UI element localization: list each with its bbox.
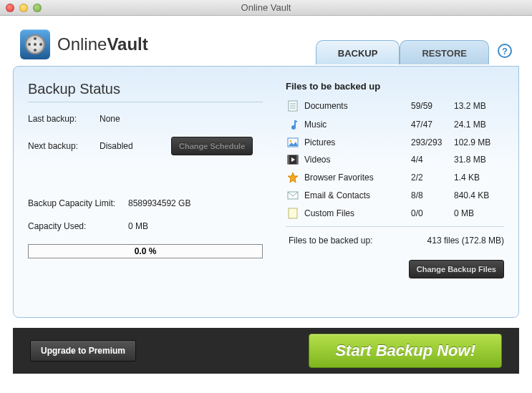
last-backup-row: Last backup: None xyxy=(28,114,263,124)
capacity-limit-value: 8589934592 GB xyxy=(128,198,190,208)
logo-text-light: Online xyxy=(57,34,107,54)
capacity-limit-label: Backup Capacity Limit: xyxy=(28,198,128,208)
files-col: Files to be backed up Documents59/5913.2… xyxy=(286,81,504,306)
files-summary-label: Files to be backed up: xyxy=(286,236,427,246)
window-title: Online Vault xyxy=(0,2,532,13)
logo-text: OnlineVault xyxy=(57,34,148,54)
file-name: Music xyxy=(300,120,411,130)
file-count: 293/293 xyxy=(411,137,454,147)
file-name: Custom Files xyxy=(300,208,411,218)
header: OnlineVault BACKUP RESTORE ? xyxy=(0,16,532,66)
doc-icon xyxy=(286,100,300,112)
file-row: Videos4/431.8 MB xyxy=(286,155,504,165)
pic-icon xyxy=(286,137,300,147)
window-controls xyxy=(6,4,42,12)
video-icon xyxy=(286,155,300,165)
file-row: Browser Favorites2/21.4 KB xyxy=(286,172,504,183)
capacity-used-value: 0 MB xyxy=(128,221,148,231)
file-count: 0/0 xyxy=(411,208,454,218)
file-size: 102.9 MB xyxy=(454,137,504,147)
upgrade-button[interactable]: Upgrade to Premium xyxy=(30,340,136,362)
file-row: Email & Contacts8/8840.4 KB xyxy=(286,190,504,200)
files-title: Files to be backed up xyxy=(286,81,504,92)
backup-status-title: Backup Status xyxy=(28,81,263,102)
file-size: 1.4 KB xyxy=(454,173,504,183)
help-button[interactable]: ? xyxy=(498,44,512,58)
change-schedule-button[interactable]: Change Schedule xyxy=(171,137,253,155)
music-icon xyxy=(286,119,300,130)
capacity-section: Backup Capacity Limit: 8589934592 GB Cap… xyxy=(28,198,263,258)
file-row: Documents59/5913.2 MB xyxy=(286,100,504,112)
svg-point-4 xyxy=(291,125,296,130)
file-row: Custom Files0/00 MB xyxy=(286,208,504,219)
file-name: Browser Favorites xyxy=(300,173,411,183)
file-size: 13.2 MB xyxy=(454,101,504,111)
file-count: 59/59 xyxy=(411,101,454,111)
divider xyxy=(286,226,504,227)
next-backup-label: Next backup: xyxy=(28,141,100,151)
file-row: Music47/4724.1 MB xyxy=(286,119,504,130)
svg-rect-9 xyxy=(296,155,298,164)
file-row: Pictures293/293102.9 MB xyxy=(286,137,504,147)
svg-marker-11 xyxy=(288,173,298,183)
last-backup-value: None xyxy=(100,114,171,124)
logo-text-bold: Vault xyxy=(107,34,147,54)
file-count: 8/8 xyxy=(411,190,454,200)
footer: Upgrade to Premium Start Backup Now! xyxy=(13,328,519,374)
logo: OnlineVault xyxy=(20,29,148,59)
main-panel: Backup Status Last backup: None Next bac… xyxy=(13,66,519,318)
file-icon xyxy=(286,208,300,219)
capacity-progress-bar: 0.0 % xyxy=(28,244,263,258)
file-name: Videos xyxy=(300,155,411,165)
svg-point-6 xyxy=(290,140,292,142)
maximize-icon[interactable] xyxy=(33,4,42,12)
files-summary: Files to be backed up: 413 files (172.8 … xyxy=(286,236,504,246)
mail-icon xyxy=(286,190,300,200)
file-size: 24.1 MB xyxy=(454,120,504,130)
tab-restore[interactable]: RESTORE xyxy=(400,40,489,64)
svg-rect-13 xyxy=(289,208,297,218)
tabs-area: BACKUP RESTORE ? xyxy=(316,25,512,64)
file-size: 31.8 MB xyxy=(454,155,504,165)
svg-rect-8 xyxy=(288,155,289,164)
backup-status-col: Backup Status Last backup: None Next bac… xyxy=(28,81,263,306)
file-count: 47/47 xyxy=(411,120,454,130)
next-backup-row: Next backup: Disabled Change Schedule xyxy=(28,137,263,155)
file-name: Pictures xyxy=(300,137,411,147)
file-count: 4/4 xyxy=(411,155,454,165)
change-backup-files-button[interactable]: Change Backup Files xyxy=(409,260,504,278)
vault-icon xyxy=(20,29,50,59)
file-count: 2/2 xyxy=(411,173,454,183)
capacity-progress-text: 0.0 % xyxy=(135,246,157,256)
tab-backup[interactable]: BACKUP xyxy=(316,40,400,64)
files-summary-value: 413 files (172.8 MB) xyxy=(427,236,504,246)
capacity-used-label: Capacity Used: xyxy=(28,221,128,231)
files-list: Documents59/5913.2 MBMusic47/4724.1 MBPi… xyxy=(286,100,504,219)
star-icon xyxy=(286,172,300,183)
next-backup-value: Disabled xyxy=(100,141,171,151)
file-name: Email & Contacts xyxy=(300,190,411,200)
file-size: 0 MB xyxy=(454,208,504,218)
last-backup-label: Last backup: xyxy=(28,114,100,124)
file-name: Documents xyxy=(300,101,411,111)
titlebar: Online Vault xyxy=(0,0,532,16)
file-size: 840.4 KB xyxy=(454,190,504,200)
start-backup-button[interactable]: Start Backup Now! xyxy=(309,334,502,368)
minimize-icon[interactable] xyxy=(19,4,28,12)
close-icon[interactable] xyxy=(6,4,14,12)
